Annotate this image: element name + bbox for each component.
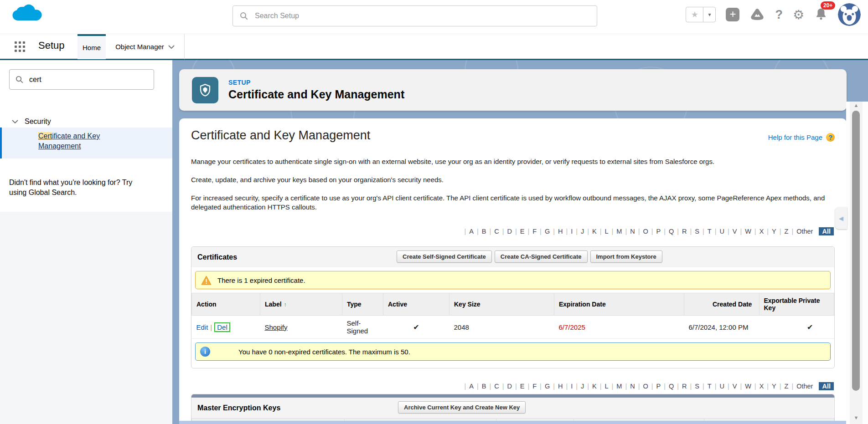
- alphabet-link[interactable]: G: [537, 228, 550, 235]
- scroll-up-arrow-icon[interactable]: [850, 102, 863, 110]
- favorites-dropdown-icon[interactable]: [703, 7, 715, 22]
- alphabet-link[interactable]: E: [512, 383, 524, 390]
- help-for-this-page-link[interactable]: Help for this Page ?: [768, 133, 835, 142]
- import-from-keystore-button[interactable]: Import from Keystore: [590, 250, 662, 263]
- content-card: Certificate and Key Management Help for …: [179, 118, 847, 424]
- alphabet-link[interactable]: H: [550, 383, 563, 390]
- alphabet-link[interactable]: D: [499, 383, 512, 390]
- alphabet-link[interactable]: I: [563, 383, 573, 390]
- help-icon[interactable]: [775, 8, 783, 22]
- alphabet-link[interactable]: O: [635, 383, 648, 390]
- alphabet-link[interactable]: C: [486, 228, 499, 235]
- alphabet-all-selected[interactable]: All: [819, 227, 834, 235]
- alphabet-link[interactable]: L: [597, 383, 609, 390]
- notifications-bell[interactable]: 20+: [814, 7, 828, 22]
- alphabet-link[interactable]: S: [687, 383, 699, 390]
- alphabet-link[interactable]: B: [474, 228, 486, 235]
- alphabet-link[interactable]: X: [751, 383, 764, 390]
- alphabet-link[interactable]: T: [699, 383, 712, 390]
- column-header: Expiration Date: [554, 293, 684, 316]
- tab-object-manager[interactable]: Object Manager: [106, 34, 184, 59]
- alphabet-link[interactable]: Y: [764, 228, 776, 235]
- app-title: Setup: [38, 40, 65, 51]
- certificate-management-link[interactable]: Certificate and Key Management: [38, 131, 136, 151]
- alphabet-link[interactable]: V: [724, 228, 737, 235]
- alphabet-link[interactable]: N: [622, 228, 635, 235]
- alphabet-link[interactable]: R: [674, 228, 687, 235]
- section-top-bar: [191, 394, 834, 398]
- alphabet-link[interactable]: Y: [764, 383, 776, 390]
- alphabet-link[interactable]: A: [461, 228, 474, 235]
- alphabet-link[interactable]: H: [550, 228, 563, 235]
- alphabet-link[interactable]: G: [537, 383, 550, 390]
- scrollbar-thumb[interactable]: [852, 111, 860, 391]
- favorite-star-icon[interactable]: [686, 7, 703, 22]
- notification-count-badge: 20+: [821, 1, 835, 10]
- alphabet-link[interactable]: R: [674, 383, 687, 390]
- edit-link[interactable]: Edit: [196, 323, 208, 331]
- alphabet-link[interactable]: P: [648, 383, 661, 390]
- alphabet-link[interactable]: C: [486, 383, 499, 390]
- alphabet-link[interactable]: E: [512, 228, 524, 235]
- alphabet-link[interactable]: Q: [661, 383, 674, 390]
- certificate-label-link[interactable]: Shopify: [265, 323, 288, 331]
- sidebar-item-certificate-and-key-management[interactable]: Certificate and Key Management: [0, 128, 172, 158]
- alphabet-link[interactable]: M: [609, 228, 622, 235]
- description-paragraph: Manage your certificates to authenticate…: [191, 157, 835, 166]
- alphabet-link[interactable]: P: [648, 228, 661, 235]
- alphabet-link[interactable]: J: [573, 228, 584, 235]
- alphabet-link[interactable]: V: [724, 383, 737, 390]
- tab-home[interactable]: Home: [78, 34, 106, 59]
- alphabet-link[interactable]: A: [461, 383, 474, 390]
- page-scrollbar: [846, 102, 868, 424]
- quick-create-icon[interactable]: [726, 8, 739, 21]
- collapse-panel-tab[interactable]: [835, 207, 847, 229]
- alphabet-link[interactable]: Other: [788, 228, 813, 235]
- alphabet-link[interactable]: N: [622, 383, 635, 390]
- alphabet-all-selected[interactable]: All: [819, 382, 834, 390]
- alphabet-link[interactable]: Z: [776, 383, 789, 390]
- app-launcher-icon[interactable]: [15, 41, 26, 52]
- alphabet-link[interactable]: F: [524, 228, 537, 235]
- setup-gear-icon[interactable]: [793, 7, 804, 22]
- scroll-down-arrow-icon[interactable]: [850, 415, 863, 422]
- global-search-input[interactable]: [255, 12, 571, 20]
- alphabet-link[interactable]: K: [584, 383, 596, 390]
- alphabet-link[interactable]: S: [687, 228, 699, 235]
- sidebar-fallback-text: Didn't find what you're looking for? Try…: [9, 178, 144, 197]
- search-icon: [15, 75, 24, 84]
- search-icon: [239, 11, 248, 20]
- guidance-center-icon[interactable]: [749, 7, 765, 22]
- alphabet-link[interactable]: W: [737, 228, 751, 235]
- create-self-signed-certificate-button[interactable]: Create Self-Signed Certificate: [397, 250, 492, 263]
- help-orb-icon: ?: [826, 133, 835, 142]
- alphabet-link[interactable]: D: [499, 228, 512, 235]
- del-link[interactable]: Del: [217, 323, 227, 331]
- alphabet-link[interactable]: X: [751, 228, 764, 235]
- create-ca-signed-certificate-button[interactable]: Create CA-Signed Certificate: [495, 250, 588, 263]
- master-keys-section-header: Master Encryption Keys Archive Current K…: [191, 398, 834, 418]
- alphabet-link[interactable]: T: [699, 228, 712, 235]
- content-heading: Certificate and Key Management: [191, 128, 370, 143]
- alphabet-link[interactable]: W: [737, 383, 751, 390]
- alphabet-link[interactable]: O: [635, 228, 648, 235]
- alphabet-link[interactable]: Z: [776, 228, 789, 235]
- sidebar-search-input[interactable]: [29, 76, 136, 84]
- user-avatar[interactable]: [838, 3, 861, 26]
- alphabet-link[interactable]: U: [712, 383, 724, 390]
- alphabet-link[interactable]: Q: [661, 228, 674, 235]
- alphabet-link[interactable]: J: [573, 383, 584, 390]
- alphabet-link[interactable]: I: [563, 228, 573, 235]
- koala-avatar-icon: [838, 3, 861, 26]
- sidebar-group-security[interactable]: Security: [0, 115, 172, 128]
- salesforce-logo[interactable]: [10, 2, 44, 25]
- archive-current-key-button[interactable]: Archive Current Key and Create New Key: [398, 401, 526, 414]
- alphabet-link[interactable]: K: [584, 228, 596, 235]
- alphabet-link[interactable]: Other: [788, 383, 813, 390]
- alphabet-link[interactable]: M: [609, 383, 622, 390]
- setup-sidebar: Security Certificate and Key Management …: [0, 60, 172, 424]
- alphabet-link[interactable]: F: [524, 383, 537, 390]
- alphabet-link[interactable]: U: [712, 228, 724, 235]
- alphabet-link[interactable]: L: [597, 228, 609, 235]
- alphabet-link[interactable]: B: [474, 383, 486, 390]
